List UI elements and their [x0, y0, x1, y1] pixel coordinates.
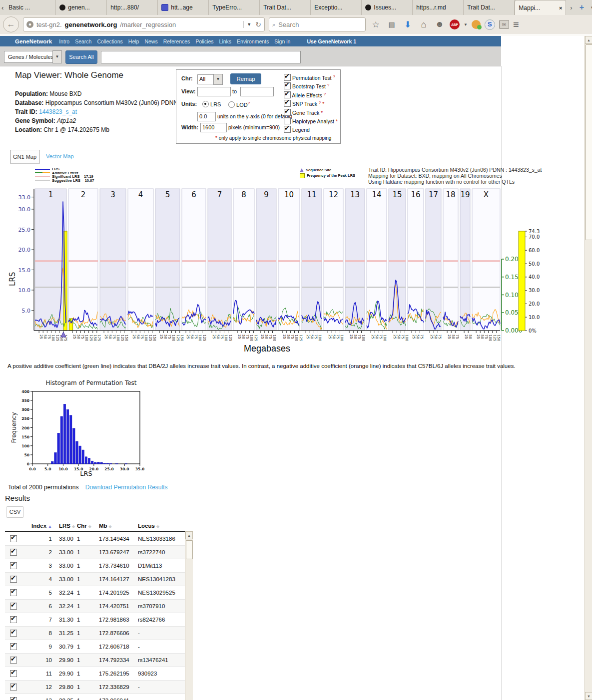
search-all-button[interactable]: Search All: [65, 50, 97, 64]
nav-item-news[interactable]: News: [144, 38, 157, 44]
browser-tab-6[interactable]: Trait Dat...: [260, 0, 311, 15]
view-to-input[interactable]: [240, 87, 274, 96]
checkbox-allele-effects[interactable]: ✔ Allele Effects ?: [284, 91, 326, 98]
browser-tab-8[interactable]: Issues...: [362, 0, 413, 15]
checkbox-snp-track[interactable]: ✔ SNP Track ? *: [284, 100, 324, 107]
category-select-arrow-icon[interactable]: ▼: [52, 50, 62, 63]
view-from-input[interactable]: [197, 87, 231, 96]
column-header-chr[interactable]: Chr◆: [76, 523, 99, 529]
browser-tab-2[interactable]: genen...: [56, 0, 107, 15]
help-question[interactable]: ?: [324, 91, 326, 96]
chromosome-select[interactable]: All: [197, 74, 215, 84]
download-permutation-link[interactable]: Download Permutation Results: [85, 484, 168, 491]
checkbox-box[interactable]: ✔: [284, 91, 291, 98]
new-tab-button[interactable]: +: [580, 3, 584, 12]
nav-item-sign-in[interactable]: Sign in: [274, 38, 290, 44]
row-checkbox[interactable]: ✔: [10, 630, 17, 637]
checkbox-legend[interactable]: ✔ Legend: [284, 126, 310, 133]
nav-item-help[interactable]: Help: [128, 38, 139, 44]
remap-button[interactable]: Remap: [230, 73, 261, 84]
row-checkbox[interactable]: ✔: [10, 562, 17, 569]
url-bar[interactable]: ● test-gn2.genenetwork.org/marker_regres…: [23, 17, 265, 31]
row-checkbox[interactable]: ✔: [10, 616, 17, 623]
checkbox-gene-track[interactable]: ✔ Gene Track *: [284, 109, 323, 116]
browser-tab-5[interactable]: TypeErro...: [209, 0, 260, 15]
row-checkbox[interactable]: ✔: [10, 603, 17, 610]
checkbox-permutation-test[interactable]: ✔ Permutation Test ?: [284, 74, 335, 81]
addon-orange-icon[interactable]: [472, 20, 481, 29]
chromosome-select-arrow-icon[interactable]: ▼: [213, 74, 223, 85]
nav-item-environments[interactable]: Environments: [237, 38, 269, 44]
row-checkbox[interactable]: ✔: [10, 589, 17, 596]
width-input[interactable]: 1600: [200, 123, 227, 132]
url-dropdown-icon[interactable]: ▼: [243, 21, 252, 28]
back-button[interactable]: ←: [3, 16, 19, 32]
site-identity-icon[interactable]: ●: [26, 21, 33, 28]
nav-item-search[interactable]: Search: [75, 38, 91, 44]
nav-item-collections[interactable]: Collections: [97, 38, 122, 44]
checkbox-box[interactable]: ✔: [284, 100, 291, 107]
row-checkbox[interactable]: ✔: [10, 576, 17, 583]
row-checkbox[interactable]: ✔: [10, 549, 17, 556]
row-checkbox[interactable]: ✔: [10, 670, 17, 677]
sort-icon[interactable]: ◆: [72, 524, 75, 529]
tab-gn1-map[interactable]: GN1 Map: [10, 150, 39, 164]
browser-tab-9[interactable]: https...r.md: [413, 0, 464, 15]
info-value[interactable]: 1443823_s_at: [39, 108, 77, 115]
row-checkbox[interactable]: ✔: [10, 535, 17, 542]
checkbox-box[interactable]: ✔: [284, 82, 291, 89]
skype-s-icon[interactable]: S: [485, 19, 495, 30]
row-checkbox[interactable]: ✔: [10, 643, 17, 650]
units-lod-radio[interactable]: LOD?: [228, 101, 250, 108]
help-question[interactable]: ?: [333, 74, 335, 79]
bookmark-star-icon[interactable]: ☆: [370, 19, 382, 30]
browser-tab-7[interactable]: Exceptio...: [311, 0, 362, 15]
browser-tab-11[interactable]: Mappi...×: [515, 0, 566, 15]
sort-asc-icon[interactable]: ▲: [48, 524, 52, 529]
browser-tab-1[interactable]: Basic ...: [5, 0, 56, 15]
use-genenetwork1-link[interactable]: Use GeneNetwork 1: [307, 38, 356, 44]
nav-item-policies[interactable]: Policies: [195, 38, 213, 44]
tab-overflow-icon[interactable]: ›: [570, 4, 572, 11]
checkbox-haplotype-analyst[interactable]: Haplotype Analyst *: [284, 117, 338, 124]
help-question[interactable]: ?: [327, 83, 329, 87]
nav-item-intro[interactable]: Intro: [59, 38, 69, 44]
reading-list-icon[interactable]: ▤: [386, 20, 398, 28]
scrapbook-icon[interactable]: se: [499, 20, 509, 29]
home-icon[interactable]: ⌂: [418, 19, 430, 30]
table-scrollbar[interactable]: ▲: [185, 531, 193, 700]
tab-close-icon[interactable]: ×: [559, 5, 562, 11]
menu-icon[interactable]: ≡: [513, 19, 519, 30]
checkbox-box[interactable]: ✔: [284, 74, 291, 81]
browser-tab-4[interactable]: htt...age: [158, 0, 209, 15]
nav-item-references[interactable]: References: [163, 38, 190, 44]
reload-icon[interactable]: ↻: [255, 20, 261, 28]
units-lrs-radio[interactable]: LRS: [202, 101, 221, 107]
window-scrollbar[interactable]: ▲ ▼: [585, 36, 592, 700]
adblock-abp-icon[interactable]: ABP: [450, 19, 460, 29]
checkbox-box[interactable]: ✔: [284, 109, 291, 116]
checkbox-bootstrap-test[interactable]: ✔ Bootstrap Test ?: [284, 82, 329, 89]
checkbox-box[interactable]: ✔: [284, 126, 291, 133]
tab-vector-map[interactable]: Vector Map: [46, 153, 74, 159]
window-scroll-up-icon[interactable]: ▲: [585, 36, 592, 44]
category-select[interactable]: Genes / Molecules: [4, 51, 57, 63]
column-header-index[interactable]: Index▲: [26, 523, 52, 529]
column-header-lrs[interactable]: LRS◆: [52, 523, 76, 529]
sort-icon[interactable]: ◆: [109, 524, 112, 529]
site-search-input[interactable]: [101, 51, 301, 63]
browser-tab-10[interactable]: Trait Dat...: [464, 0, 515, 15]
checkbox-box[interactable]: [284, 117, 291, 124]
feedback-smiley-icon[interactable]: ☻: [434, 19, 446, 29]
sort-icon[interactable]: ◆: [88, 524, 91, 529]
sort-icon[interactable]: ◆: [156, 524, 159, 529]
table-scroll-up-icon[interactable]: ▲: [185, 531, 193, 539]
row-checkbox[interactable]: ✔: [10, 684, 17, 691]
download-arrow-icon[interactable]: ⬇: [402, 19, 414, 30]
csv-button[interactable]: CSV: [6, 506, 24, 518]
tab-scroll-left-icon[interactable]: ‹: [0, 0, 5, 15]
browser-search-input[interactable]: ⌕ Search: [269, 17, 366, 31]
browser-tab-3[interactable]: http:...880/: [107, 0, 158, 15]
table-scrollbar-thumb[interactable]: [186, 540, 193, 559]
column-header-locus[interactable]: Locus◆: [138, 523, 183, 529]
